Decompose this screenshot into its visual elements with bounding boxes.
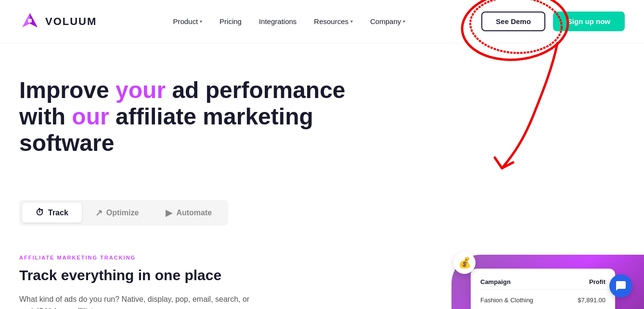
- red-arrow-annotation: [461, 29, 605, 202]
- card-header: Campaign Profit: [480, 278, 605, 290]
- navbar: VOLUUM Product ▾ Pricing Integrations Re…: [0, 0, 644, 43]
- feature-tabs: ⏱ Track ↗ Optimize ▶ Automate: [19, 200, 228, 226]
- chevron-down-icon: ▾: [403, 19, 405, 24]
- bottom-section: AFFILIATE MARKETING TRACKING Track every…: [0, 255, 644, 309]
- see-demo-button[interactable]: See Demo: [481, 12, 545, 31]
- automate-icon: ▶: [166, 208, 172, 218]
- hero-section: Improve your ad performance with our aff…: [0, 43, 414, 176]
- track-icon: ⏱: [36, 208, 44, 218]
- nav-item-company[interactable]: Company ▾: [370, 17, 405, 25]
- svg-point-3: [460, 0, 571, 64]
- logo[interactable]: VOLUUM: [19, 11, 97, 32]
- nav-item-resources[interactable]: Resources ▾: [314, 17, 353, 25]
- chevron-down-icon: ▾: [350, 19, 353, 24]
- tab-optimize[interactable]: ↗ Optimize: [82, 203, 153, 223]
- section-body: What kind of ads do you run? Native, dis…: [19, 293, 250, 309]
- right-panel: 💰 Campaign Profit Fashion & Clothing $7,…: [279, 255, 625, 309]
- tab-automate[interactable]: ▶ Automate: [152, 203, 225, 223]
- optimize-icon: ↗: [95, 208, 103, 218]
- nav-actions: See Demo Sign up now: [481, 12, 625, 31]
- tab-track[interactable]: ⏱ Track: [22, 203, 82, 222]
- section-title: Track everything in one place: [19, 267, 250, 284]
- nav-links: Product ▾ Pricing Integrations Resources…: [173, 17, 405, 25]
- logo-icon: [19, 11, 40, 32]
- table-row: Fashion & Clothing $7,891.00: [480, 297, 605, 304]
- chat-icon: [615, 280, 627, 292]
- nav-item-integrations[interactable]: Integrations: [259, 17, 296, 25]
- chat-support-button[interactable]: [609, 274, 632, 297]
- dashboard-card: Campaign Profit Fashion & Clothing $7,89…: [471, 269, 615, 309]
- money-icon: 💰: [453, 252, 476, 274]
- nav-item-product[interactable]: Product ▾: [173, 17, 202, 25]
- svg-rect-2: [28, 19, 32, 23]
- sign-up-button[interactable]: Sign up now: [553, 12, 625, 31]
- chevron-down-icon: ▾: [200, 19, 202, 24]
- nav-item-pricing[interactable]: Pricing: [219, 17, 242, 25]
- hero-title: Improve your ad performance with our aff…: [19, 77, 395, 157]
- section-label: AFFILIATE MARKETING TRACKING: [19, 255, 250, 260]
- content-left: AFFILIATE MARKETING TRACKING Track every…: [19, 255, 250, 309]
- logo-text: VOLUUM: [45, 15, 97, 28]
